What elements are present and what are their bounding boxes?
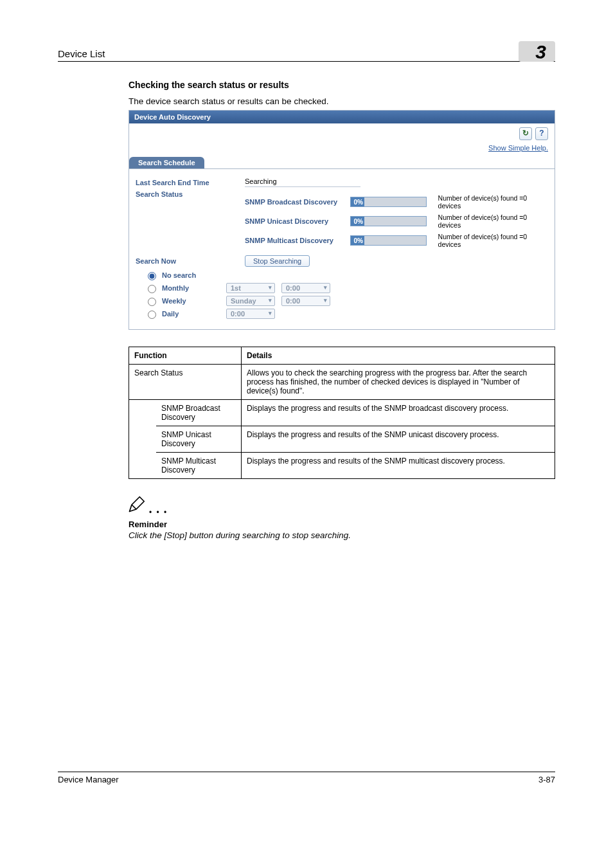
devices-found-text: Number of device(s) found =0 devices	[438, 194, 548, 210]
note-dots-icon: • • •	[149, 508, 168, 517]
col-details: Details	[242, 347, 555, 365]
progress-percent: 0%	[351, 197, 425, 206]
progress-bar: 0%	[350, 216, 426, 226]
radio-weekly-label: Weekly	[162, 297, 220, 305]
daily-time-select[interactable]: 0:00	[226, 309, 275, 319]
weekly-time-select[interactable]: 0:00	[281, 296, 330, 306]
fn-cell: SNMP Broadcast Discovery	[156, 400, 242, 426]
page-footer: Device Manager 3-87	[58, 772, 555, 784]
devices-found-text: Number of device(s) found =0 devices	[438, 213, 548, 229]
details-cell: Displays the progress and results of the…	[242, 426, 555, 453]
section-intro: The device search status or results can …	[129, 96, 555, 106]
radio-monthly-label: Monthly	[162, 284, 220, 292]
details-cell: Displays the progress and results of the…	[242, 453, 555, 479]
reminder-text: Click the [Stop] button during searching…	[129, 530, 555, 540]
device-auto-discovery-panel: Device Auto Discovery ↻ ? Show Simple He…	[129, 110, 555, 330]
progress-percent: 0%	[351, 217, 425, 226]
table-row: SNMP Unicast Discovery Displays the prog…	[129, 426, 555, 453]
footer-right: 3-87	[538, 775, 555, 784]
footer-left: Device Manager	[58, 775, 119, 784]
refresh-icon[interactable]: ↻	[519, 127, 532, 140]
table-row: SNMP Broadcast Discovery Displays the pr…	[129, 400, 555, 426]
method-row-multicast: SNMP Multicast Discovery 0% Number of de…	[245, 233, 548, 248]
radio-no-search-input[interactable]	[148, 272, 156, 280]
radio-monthly[interactable]: Monthly 1st 0:00	[145, 283, 548, 293]
running-header-title: Device List	[58, 48, 105, 59]
table-row: Search Status Allows you to check the se…	[129, 365, 555, 400]
stop-searching-button[interactable]: Stop Searching	[245, 255, 310, 267]
col-function: Function	[129, 347, 242, 365]
fn-cell: SNMP Multicast Discovery	[156, 453, 242, 479]
radio-monthly-input[interactable]	[148, 285, 156, 293]
radio-daily[interactable]: Daily 0:00	[145, 309, 548, 319]
devices-found-text: Number of device(s) found =0 devices	[438, 233, 548, 248]
method-name: SNMP Multicast Discovery	[245, 237, 350, 244]
radio-weekly[interactable]: Weekly Sunday 0:00	[145, 296, 548, 306]
method-name: SNMP Unicast Discovery	[245, 217, 350, 225]
method-name: SNMP Broadcast Discovery	[245, 198, 350, 206]
running-header: Device List 3	[58, 39, 555, 62]
progress-bar: 0%	[350, 197, 426, 207]
section-heading: Checking the search status or results	[129, 80, 555, 90]
note-icon-row: • • •	[127, 496, 555, 518]
panel-title: Device Auto Discovery	[129, 111, 555, 123]
radio-weekly-input[interactable]	[148, 298, 156, 306]
fn-cell: Search Status	[129, 365, 242, 400]
weekly-day-select[interactable]: Sunday	[226, 296, 275, 306]
search-now-label: Search Now	[136, 257, 245, 265]
table-row: SNMP Multicast Discovery Displays the pr…	[129, 453, 555, 479]
radio-daily-label: Daily	[162, 310, 220, 318]
monthly-time-select[interactable]: 0:00	[281, 283, 330, 293]
reminder-heading: Reminder	[129, 520, 555, 529]
last-search-end-time-label: Last Search End Time	[136, 179, 245, 186]
radio-no-search[interactable]: No search	[145, 270, 548, 280]
progress-bar: 0%	[350, 235, 426, 246]
indent-cell	[129, 400, 157, 479]
radio-daily-input[interactable]	[148, 311, 156, 319]
fn-cell: SNMP Unicast Discovery	[156, 426, 242, 453]
progress-percent: 0%	[351, 236, 425, 245]
method-row-broadcast: SNMP Broadcast Discovery 0% Number of de…	[245, 194, 548, 210]
table-header-row: Function Details	[129, 347, 555, 365]
function-details-table: Function Details Search Status Allows yo…	[129, 347, 555, 479]
monthly-day-select[interactable]: 1st	[226, 283, 275, 293]
help-icon[interactable]: ?	[535, 127, 548, 140]
details-cell: Displays the progress and results of the…	[242, 400, 555, 426]
show-simple-help-link[interactable]: Show Simple Help.	[129, 143, 555, 157]
last-search-end-time-value: Searching	[245, 177, 360, 187]
chapter-number-badge: 3	[519, 41, 555, 62]
note-icon	[127, 496, 145, 518]
details-cell: Allows you to check the searching progre…	[242, 365, 555, 400]
radio-no-search-label: No search	[162, 271, 196, 279]
search-status-label: Search Status	[136, 190, 245, 198]
tab-search-schedule[interactable]: Search Schedule	[129, 157, 204, 168]
method-row-unicast: SNMP Unicast Discovery 0% Number of devi…	[245, 213, 548, 229]
